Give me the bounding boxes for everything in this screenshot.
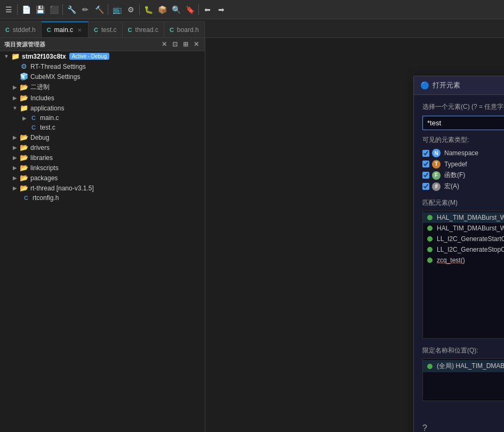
drivers-label: drivers bbox=[30, 144, 50, 151]
rtc-label: rtconfig.h bbox=[33, 194, 59, 202]
match-text-3: LL_I2C_GenerateStopCondition(I2C_TypeDef… bbox=[437, 246, 504, 253]
match-item-4[interactable]: zcq_test() bbox=[423, 255, 504, 266]
link-label: linkscripts bbox=[30, 164, 59, 172]
open-element-dialog: 🔵 打开元素 ─ □ ✕ 选择一个元素(C) (? = 任意字符，* = 任意字… bbox=[413, 76, 504, 432]
link-icon: 📂 bbox=[19, 164, 29, 172]
tab-label-test: test.c bbox=[101, 26, 117, 34]
tab-icon-h: C bbox=[5, 27, 10, 33]
toolbar-edit-icon[interactable]: ✏ bbox=[79, 3, 92, 16]
checkbox-macro[interactable] bbox=[422, 183, 429, 190]
sidebar-header-icons: ✕ ⊡ ⊞ ✕ bbox=[160, 40, 201, 49]
help-icon[interactable]: ? bbox=[422, 423, 427, 432]
toolbar-sep-2 bbox=[62, 4, 63, 15]
sidebar-menu-icon[interactable]: ⊞ bbox=[181, 40, 190, 49]
sidebar-title: 项目资源管理器 bbox=[4, 41, 45, 49]
badge-function: F bbox=[432, 171, 441, 180]
type-macro[interactable]: # 宏(A) bbox=[422, 182, 504, 191]
includes-arrow: ▶ bbox=[11, 95, 19, 101]
rtt-label: rt-thread [nano-v3.1.5] bbox=[30, 185, 94, 192]
binary-arrow: ▶ bbox=[11, 84, 19, 90]
tree-testc[interactable]: C test.c bbox=[0, 123, 205, 132]
binary-icon: 📂 bbox=[19, 83, 29, 91]
toolbar-forward-icon[interactable]: ➡ bbox=[215, 3, 228, 16]
toolbar-save-icon[interactable]: 💾 bbox=[34, 3, 46, 16]
match-item-0[interactable]: HAL_TIM_DMABurst_WriteStart(TIM_HandleTy… bbox=[423, 212, 504, 223]
checkbox-function[interactable] bbox=[422, 172, 429, 179]
tree-includes[interactable]: ▶ 📂 Includes bbox=[0, 93, 205, 103]
tree-linkscripts[interactable]: ▶ 📂 linkscripts bbox=[0, 163, 205, 173]
toolbar-build-icon[interactable]: 🔧 bbox=[65, 3, 78, 16]
toolbar-debug-icon[interactable]: 🐛 bbox=[142, 3, 155, 16]
tree-libraries[interactable]: ▶ 📂 libraries bbox=[0, 153, 205, 163]
sidebar-close-icon[interactable]: ✕ bbox=[192, 40, 201, 49]
drivers-icon: 📂 bbox=[19, 143, 29, 151]
toolbar-back-icon[interactable]: ⬅ bbox=[201, 3, 214, 16]
root-arrow: ▼ bbox=[2, 53, 11, 59]
toolbar-settings-icon[interactable]: ⚙ bbox=[124, 3, 137, 16]
qualified-label: 限定名称和位置(Q): bbox=[422, 346, 504, 355]
toolbar-sep-4 bbox=[139, 4, 140, 15]
toolbar-menu-icon[interactable]: ☰ bbox=[2, 3, 15, 16]
toolbar-package-icon[interactable]: 📦 bbox=[156, 3, 169, 16]
tree-cubemx[interactable]: 🧊 CubeMX Settings bbox=[0, 71, 205, 82]
type-namespace[interactable]: N Namespace bbox=[422, 149, 504, 157]
toolbar-search-icon[interactable]: 🔍 bbox=[170, 3, 182, 16]
pkg-label: packages bbox=[30, 174, 58, 182]
dialog-title-text: 打开元素 bbox=[433, 81, 460, 90]
tree-binary[interactable]: ▶ 📂 二进制 bbox=[0, 82, 205, 93]
tab-main-c[interactable]: C main.c ✕ bbox=[42, 21, 89, 37]
sidebar-pin-icon[interactable]: ⊡ bbox=[171, 40, 179, 49]
tab-thread-c[interactable]: C thread.c bbox=[123, 21, 164, 37]
checkbox-typedef[interactable] bbox=[422, 161, 429, 167]
toolbar-save-all-icon[interactable]: ⬛ bbox=[47, 3, 60, 16]
sidebar-collapse-icon[interactable]: ✕ bbox=[160, 40, 169, 49]
tree-rt-thread-folder[interactable]: ▶ 📂 rt-thread [nano-v3.1.5] bbox=[0, 183, 205, 193]
tab-board-h[interactable]: C board.h bbox=[164, 21, 205, 37]
dialog-titlebar: 🔵 打开元素 ─ □ ✕ bbox=[414, 76, 504, 95]
dialog-footer: ? 确定 取消 bbox=[414, 416, 504, 432]
match-item-1[interactable]: HAL_TIM_DMABurst_WriteStop(TIM_HandleTyp… bbox=[423, 223, 504, 234]
includes-icon: 📂 bbox=[19, 94, 29, 102]
tree-drivers[interactable]: ▶ 📂 drivers bbox=[0, 142, 205, 153]
toolbar-new-icon[interactable]: 📄 bbox=[20, 3, 33, 16]
tab-label-board: board.h bbox=[177, 26, 199, 34]
toolbar-target-icon[interactable]: 📺 bbox=[110, 3, 123, 16]
tree-rtconfig[interactable]: C rtconfig.h bbox=[0, 193, 205, 203]
type-function[interactable]: F 函数(F) bbox=[422, 171, 504, 180]
tree-applications[interactable]: ▼ 📁 applications bbox=[0, 103, 205, 113]
tab-icon-c: C bbox=[47, 27, 51, 33]
debug-arrow: ▶ bbox=[11, 134, 19, 140]
qualified-list[interactable]: (全局) HAL_TIM_DMABurst_WriteStart(TIM_Han… bbox=[422, 358, 504, 401]
match-list[interactable]: HAL_TIM_DMABurst_WriteStart(TIM_HandleTy… bbox=[422, 211, 504, 339]
dialog-body: 选择一个元素(C) (? = 任意字符，* = 任意字符串) 可见的元素类型: … bbox=[414, 95, 504, 416]
toolbar-bookmark-icon[interactable]: 🔖 bbox=[183, 3, 196, 16]
testc-icon: C bbox=[29, 124, 38, 131]
label-macro: 宏(A) bbox=[444, 182, 459, 191]
badge-typedef: T bbox=[432, 160, 441, 169]
debug-badge: Active - Debug bbox=[69, 53, 110, 60]
match-item-3[interactable]: LL_I2C_GenerateStopCondition(I2C_TypeDef… bbox=[423, 244, 504, 255]
tab-test-c[interactable]: C test.c bbox=[89, 21, 123, 37]
qualified-text-0: (全局) HAL_TIM_DMABurst_WriteStart(TIM_Han… bbox=[437, 362, 504, 371]
checkbox-namespace[interactable] bbox=[422, 150, 429, 157]
pkg-icon: 📂 bbox=[19, 174, 29, 182]
tree-root[interactable]: ▼ 📁 stm32f103c8tx Active - Debug bbox=[0, 51, 205, 61]
tab-label-stddef: stddef.h bbox=[13, 26, 36, 34]
tab-icon-c2: C bbox=[94, 27, 98, 33]
tree-packages[interactable]: ▶ 📂 packages bbox=[0, 173, 205, 183]
tree-rt-thread[interactable]: ⚙ RT-Thread Settings bbox=[0, 61, 205, 71]
tree-debug[interactable]: ▶ 📂 Debug bbox=[0, 132, 205, 142]
badge-namespace: N bbox=[432, 149, 441, 157]
qualified-item-0[interactable]: (全局) HAL_TIM_DMABurst_WriteStart(TIM_Han… bbox=[423, 360, 504, 372]
tab-close-main[interactable]: ✕ bbox=[76, 27, 83, 34]
match-dot-1 bbox=[427, 226, 433, 231]
match-item-2[interactable]: LL_I2C_GenerateStartCondition(I2C_TypeDe… bbox=[423, 234, 504, 244]
tab-stddef-h[interactable]: C stddef.h bbox=[0, 21, 42, 37]
toolbar-run-icon[interactable]: 🔨 bbox=[93, 3, 106, 16]
rtc-icon: C bbox=[21, 195, 31, 201]
search-input[interactable] bbox=[422, 116, 504, 130]
cubemx-icon: 🧊 bbox=[19, 73, 29, 81]
type-typedef[interactable]: T Typedef bbox=[422, 159, 504, 169]
tree-mainc[interactable]: ▶ C main.c bbox=[0, 113, 205, 123]
debug-icon: 📂 bbox=[19, 133, 29, 141]
